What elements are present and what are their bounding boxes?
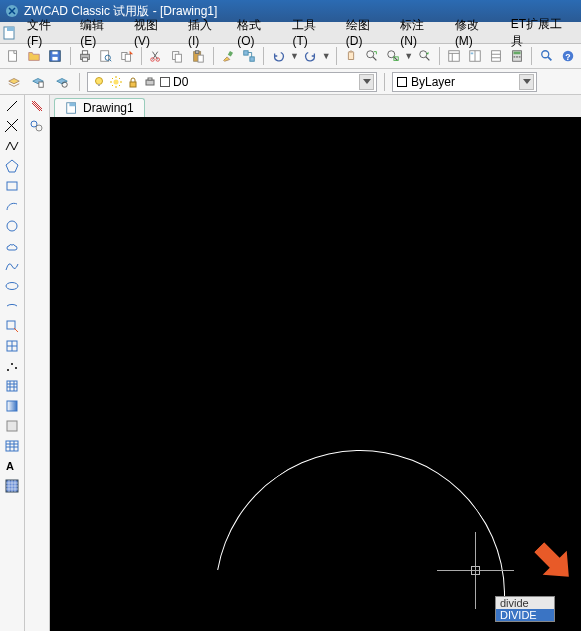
- menu-format[interactable]: 格式(O): [230, 22, 285, 43]
- zoom-dropdown-icon[interactable]: ▼: [404, 51, 413, 61]
- draw-toolbar: A: [0, 95, 25, 631]
- layer-color-swatch: [160, 77, 170, 87]
- svg-rect-8: [82, 51, 87, 55]
- menu-file[interactable]: 文件(F): [20, 22, 73, 43]
- doc-icon: [0, 25, 20, 41]
- menu-label: 格式(O): [237, 17, 278, 48]
- svg-point-78: [11, 363, 13, 365]
- svg-point-54: [114, 79, 119, 84]
- svg-rect-64: [146, 80, 154, 85]
- xline-icon[interactable]: [2, 117, 22, 135]
- menu-label: 视图(V): [134, 17, 174, 48]
- undo-dropdown-icon[interactable]: ▼: [290, 51, 299, 61]
- paste-icon[interactable]: [189, 46, 208, 66]
- chevron-down-icon[interactable]: [519, 74, 534, 90]
- svg-point-71: [7, 221, 17, 231]
- svg-rect-20: [196, 51, 200, 54]
- mtext-icon[interactable]: A: [2, 457, 22, 475]
- line-icon[interactable]: [2, 97, 22, 115]
- gradient-icon[interactable]: [2, 397, 22, 415]
- svg-rect-70: [7, 182, 17, 190]
- svg-line-61: [119, 78, 120, 79]
- ellipse-arc-icon[interactable]: [2, 297, 22, 315]
- toolbar-separator: [439, 47, 440, 65]
- svg-line-28: [394, 57, 398, 61]
- color-bylayer-dropdown[interactable]: ByLayer: [392, 72, 537, 92]
- insert-block-icon[interactable]: [2, 317, 22, 335]
- table-icon[interactable]: [2, 437, 22, 455]
- publish-icon[interactable]: [117, 46, 136, 66]
- design-center-icon[interactable]: [466, 46, 485, 66]
- plot-icon: [143, 75, 157, 89]
- menu-et[interactable]: ET扩展工具: [504, 22, 581, 43]
- save-icon[interactable]: [46, 46, 65, 66]
- menu-draw[interactable]: 绘图(D): [339, 22, 394, 43]
- menu-dim[interactable]: 标注(N): [393, 22, 448, 43]
- erase-icon[interactable]: [27, 97, 47, 115]
- viewport[interactable]: divide DIVIDE: [50, 117, 581, 631]
- chevron-down-icon[interactable]: [359, 74, 374, 90]
- toolbar-separator: [384, 73, 385, 91]
- new-file-icon[interactable]: [4, 46, 23, 66]
- menu-view[interactable]: 视图(V): [127, 22, 181, 43]
- drawing-area: Drawing1 divide DIVIDE: [50, 95, 581, 631]
- point-icon[interactable]: [2, 357, 22, 375]
- svg-text:A: A: [6, 460, 14, 472]
- print-icon[interactable]: [76, 46, 95, 66]
- doc-tab[interactable]: Drawing1: [54, 98, 145, 117]
- copy-obj-icon[interactable]: [27, 117, 47, 135]
- text-grid-icon[interactable]: [2, 477, 22, 495]
- menu-tools[interactable]: 工具(T): [285, 22, 338, 43]
- copy-icon[interactable]: [168, 46, 187, 66]
- app-logo-icon: [4, 3, 20, 19]
- svg-point-101: [36, 125, 42, 131]
- pan-icon[interactable]: [342, 46, 361, 66]
- print-preview-icon[interactable]: [96, 46, 115, 66]
- command-suggestion[interactable]: DIVIDE: [496, 609, 554, 621]
- menu-insert[interactable]: 插入(I): [181, 22, 230, 43]
- revcloud-icon[interactable]: [2, 237, 22, 255]
- redo-dropdown-icon[interactable]: ▼: [322, 51, 331, 61]
- svg-rect-50: [39, 82, 43, 87]
- redo-icon[interactable]: [301, 46, 320, 66]
- svg-rect-53: [98, 84, 100, 86]
- polyline-icon[interactable]: [2, 137, 22, 155]
- rectangle-icon[interactable]: [2, 177, 22, 195]
- hatch-icon[interactable]: [2, 377, 22, 395]
- make-block-icon[interactable]: [2, 337, 22, 355]
- circle-icon[interactable]: [2, 217, 22, 235]
- block-editor-icon[interactable]: [239, 46, 258, 66]
- svg-line-68: [7, 121, 17, 131]
- polygon-icon[interactable]: [2, 157, 22, 175]
- open-file-icon[interactable]: [25, 46, 44, 66]
- zoom-realtime-icon[interactable]: [363, 46, 382, 66]
- spline-icon[interactable]: [2, 257, 22, 275]
- svg-rect-21: [198, 55, 203, 62]
- layer-states-icon[interactable]: [28, 72, 48, 92]
- svg-rect-24: [250, 57, 254, 61]
- menu-edit[interactable]: 编辑(E): [73, 22, 127, 43]
- arc-icon[interactable]: [2, 197, 22, 215]
- match-prop-icon[interactable]: [219, 46, 238, 66]
- region-icon[interactable]: [2, 417, 22, 435]
- help-icon[interactable]: ?: [558, 46, 577, 66]
- layer-props-icon[interactable]: [4, 72, 24, 92]
- ellipse-icon[interactable]: [2, 277, 22, 295]
- layer-filter-icon[interactable]: [52, 72, 72, 92]
- properties-icon[interactable]: [445, 46, 464, 66]
- tool-palette-icon[interactable]: [487, 46, 506, 66]
- bulb-icon: [92, 75, 106, 89]
- doc-tab-label: Drawing1: [83, 101, 134, 115]
- undo-icon[interactable]: [269, 46, 288, 66]
- cut-icon[interactable]: [147, 46, 166, 66]
- layer-dropdown[interactable]: D0: [87, 72, 377, 92]
- find-icon[interactable]: [537, 46, 556, 66]
- svg-rect-85: [7, 401, 17, 411]
- zoom-previous-icon[interactable]: [415, 46, 434, 66]
- calc-icon[interactable]: [508, 46, 527, 66]
- zoom-window-icon[interactable]: [383, 46, 402, 66]
- layer-toolbar: D0 ByLayer: [0, 69, 581, 95]
- menu-modify[interactable]: 修改(M): [448, 22, 504, 43]
- command-autocomplete[interactable]: divide DIVIDE: [495, 596, 555, 622]
- svg-rect-80: [7, 381, 17, 391]
